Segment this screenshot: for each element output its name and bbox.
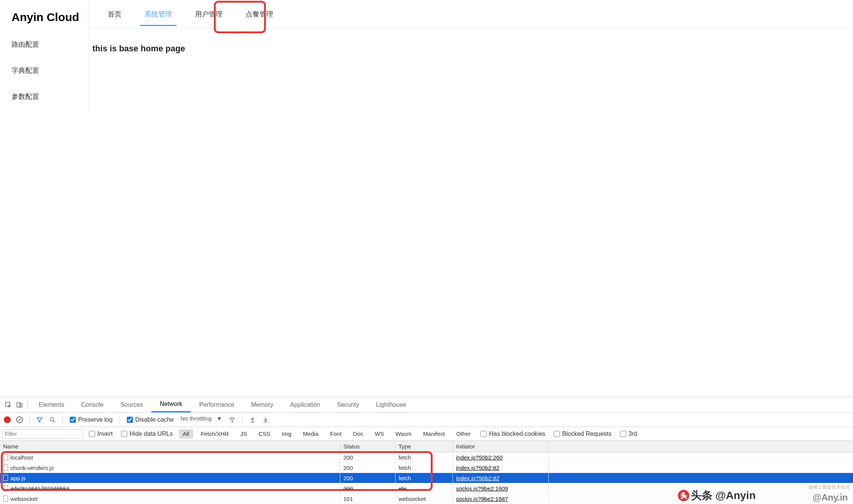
devtools-tab-network[interactable]: Network: [151, 397, 191, 412]
watermark-dot-icon: 头: [678, 490, 689, 501]
sidebar-item-route[interactable]: 路由配置: [0, 31, 88, 57]
row-initiator-link[interactable]: sockjs.js?9be2:1687: [456, 496, 508, 502]
header-name[interactable]: Name: [0, 441, 340, 452]
download-icon[interactable]: [260, 416, 271, 423]
wifi-icon[interactable]: [227, 416, 238, 423]
svg-point-3: [50, 417, 54, 421]
watermark-right: @Any.in: [813, 492, 848, 503]
table-row[interactable]: app.js 200 fetch index.js?50b2:82: [0, 473, 853, 483]
device-toggle-icon[interactable]: [14, 399, 25, 411]
network-table-header: Name Status Type Initiator: [0, 441, 853, 452]
header-status[interactable]: Status: [340, 441, 395, 452]
row-status: 200: [343, 475, 353, 481]
type-font[interactable]: Font: [326, 429, 345, 439]
inspect-icon[interactable]: [2, 399, 14, 411]
type-css[interactable]: CSS: [255, 429, 274, 439]
row-name: chunk-vendors.js: [10, 465, 54, 471]
file-icon: [3, 454, 8, 460]
third-party-checkbox[interactable]: 3rd: [618, 430, 640, 437]
header-type[interactable]: Type: [395, 441, 453, 452]
third-party-label: 3rd: [628, 430, 637, 437]
type-fetch-xhr[interactable]: Fetch/XHR: [197, 429, 233, 439]
tabs-row: 首页 系统管理 用户管理 点餐管理: [89, 0, 853, 28]
app-area: Anyin Cloud 路由配置 字典配置 参数配置 首页 系统管理 用户管理 …: [0, 0, 853, 111]
sidebar: Anyin Cloud 路由配置 字典配置 参数配置: [0, 0, 89, 111]
svg-point-5: [231, 421, 232, 422]
devtools-tab-security[interactable]: Security: [328, 397, 367, 412]
disable-cache-label: Disable cache: [135, 416, 174, 423]
row-initiator-link[interactable]: index.js?50b2:260: [456, 454, 503, 461]
app-logo: Anyin Cloud: [0, 0, 88, 31]
row-status: 200: [343, 465, 353, 471]
invert-checkbox[interactable]: Invert: [87, 430, 115, 437]
preserve-log-label: Preserve log: [78, 416, 113, 423]
svg-line-4: [53, 421, 55, 422]
row-type: xhr: [399, 485, 407, 492]
type-doc[interactable]: Doc: [349, 429, 367, 439]
type-manifest[interactable]: Manifest: [419, 429, 449, 439]
throttling-select[interactable]: No throttling ▼: [178, 415, 224, 424]
tab-user[interactable]: 用户管理: [184, 0, 234, 28]
search-icon[interactable]: [47, 416, 58, 423]
hide-urls-checkbox[interactable]: Hide data URLs: [119, 430, 175, 437]
type-wasm[interactable]: Wasm: [392, 429, 415, 439]
row-type: fetch: [399, 475, 411, 481]
clear-button[interactable]: [16, 416, 23, 423]
tab-system[interactable]: 系统管理: [133, 0, 184, 28]
preserve-log-checkbox[interactable]: Preserve log: [67, 416, 115, 423]
devtools-tabbar: Elements Console Sources Network Perform…: [0, 397, 853, 412]
file-icon: [3, 465, 8, 471]
filter-input[interactable]: [2, 429, 83, 439]
invert-label: Invert: [97, 430, 113, 437]
network-toolbar: Preserve log Disable cache No throttling…: [0, 412, 853, 427]
record-button[interactable]: [4, 416, 11, 423]
type-js[interactable]: JS: [236, 429, 251, 439]
type-other[interactable]: Other: [453, 429, 475, 439]
row-type: fetch: [399, 465, 411, 471]
page-content-text: this is base home page: [89, 28, 853, 54]
row-status: 200: [343, 485, 353, 492]
devtools: Elements Console Sources Network Perform…: [0, 397, 853, 504]
row-name: info?t=1641792348553: [10, 485, 69, 492]
row-name: localhost: [10, 454, 33, 461]
devtools-tab-sources[interactable]: Sources: [112, 397, 151, 412]
tab-home[interactable]: 首页: [96, 0, 133, 28]
header-initiator[interactable]: Initiator: [453, 441, 549, 452]
blocked-requests-label: Blocked Requests: [562, 430, 612, 437]
devtools-tab-application[interactable]: Application: [282, 397, 328, 412]
table-row[interactable]: localhost 200 fetch index.js?50b2:260: [0, 452, 853, 463]
row-name: websocket: [10, 496, 38, 502]
row-status: 200: [343, 454, 353, 461]
file-icon: [3, 485, 8, 491]
row-name: app.js: [10, 475, 26, 481]
file-icon: [3, 496, 8, 502]
devtools-tab-lighthouse[interactable]: Lighthouse: [367, 397, 414, 412]
row-initiator-link[interactable]: sockjs.js?9be2:1609: [456, 485, 508, 492]
blocked-requests-checkbox[interactable]: Blocked Requests: [551, 430, 614, 437]
table-row[interactable]: chunk-vendors.js 200 fetch index.js?50b2…: [0, 463, 853, 473]
filter-icon[interactable]: [34, 416, 45, 423]
row-initiator-link[interactable]: index.js?50b2:82: [456, 475, 499, 481]
blocked-cookies-label: Has blocked cookies: [489, 430, 545, 437]
sidebar-item-param[interactable]: 参数配置: [0, 83, 88, 110]
sidebar-items: 路由配置 字典配置 参数配置: [0, 31, 88, 110]
upload-icon[interactable]: [247, 416, 258, 423]
devtools-tab-elements[interactable]: Elements: [30, 397, 73, 412]
type-media[interactable]: Media: [299, 429, 322, 439]
type-img[interactable]: Img: [278, 429, 295, 439]
type-all[interactable]: All: [179, 429, 193, 439]
main-area: 首页 系统管理 用户管理 点餐管理 this is base home page: [89, 0, 853, 111]
devtools-tab-console[interactable]: Console: [73, 397, 112, 412]
network-filterbar: Invert Hide data URLs All Fetch/XHR JS C…: [0, 427, 853, 441]
blocked-cookies-checkbox[interactable]: Has blocked cookies: [478, 430, 548, 437]
devtools-tab-memory[interactable]: Memory: [243, 397, 282, 412]
tab-order[interactable]: 点餐管理: [234, 0, 285, 28]
hide-urls-label: Hide data URLs: [130, 430, 173, 437]
row-status: 101: [343, 496, 353, 502]
devtools-tab-performance[interactable]: Performance: [191, 397, 243, 412]
row-initiator-link[interactable]: index.js?50b2:82: [456, 465, 499, 471]
sidebar-item-dict[interactable]: 字典配置: [0, 57, 88, 83]
file-icon: [3, 475, 8, 481]
type-ws[interactable]: WS: [371, 429, 388, 439]
disable-cache-checkbox[interactable]: Disable cache: [125, 416, 176, 423]
